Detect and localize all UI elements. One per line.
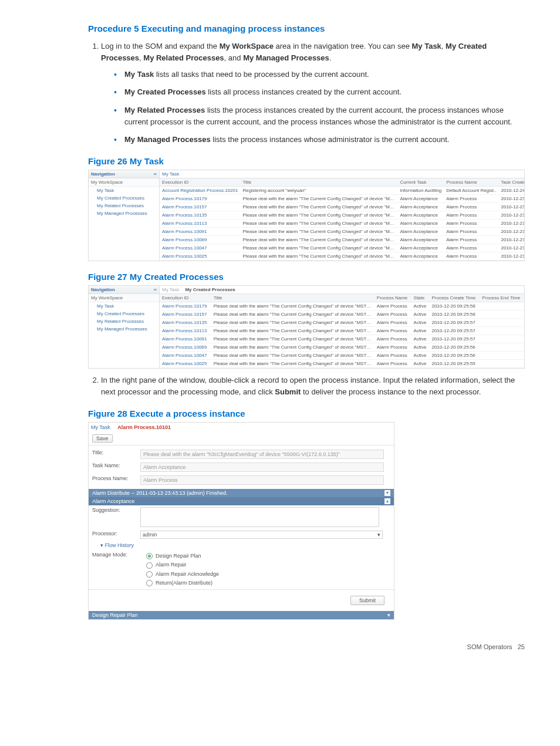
task-name-field: Alarm Acceptance (140, 463, 384, 472)
table-row[interactable]: Alarm Process.10025Please deal with the … (160, 359, 524, 367)
table-cell: Active (411, 359, 430, 367)
table-cell: 2010-12-23 09:25:57 (499, 235, 524, 244)
table-row[interactable]: Alarm Process.10069Please deal with the … (160, 343, 524, 351)
flow-history-link[interactable]: ▾ Flow History (89, 541, 394, 550)
nav-sub[interactable]: My WorkSpace (89, 294, 159, 302)
nav-item-my-task[interactable]: My Task (89, 302, 159, 310)
table-cell: Information Auditing (397, 186, 444, 194)
tab-alarm-process[interactable]: Alarm Process.10101 (117, 424, 171, 430)
processor-label: Processor: (89, 529, 137, 541)
manage-mode-label: Manage Mode: (89, 550, 137, 589)
radio-alarm-repair-ack[interactable]: Alarm Repair Acknowledge (140, 570, 390, 579)
table-cell: Registering account "weiyuan" (240, 186, 397, 194)
table-cell: 2010-12-23 09:25:57 (499, 227, 524, 235)
nav-item-my-created[interactable]: My Created Processes (89, 310, 159, 318)
column-header[interactable]: Title (211, 294, 375, 302)
table-cell: Alarm Process (444, 211, 498, 219)
table-cell: Alarm Process.10069 (160, 343, 211, 351)
save-button[interactable]: Save (92, 434, 113, 443)
nav-sub[interactable]: My WorkSpace (89, 178, 159, 187)
tab-my-task[interactable]: My Task (162, 287, 179, 292)
title-label: Title: (89, 448, 137, 461)
table-cell: Please deal with the alarm "The Current … (240, 235, 397, 244)
table-cell: 2010-12-20 09:25:58 (429, 310, 480, 318)
column-header[interactable]: Execution ID (160, 294, 211, 302)
column-header[interactable]: Title (240, 178, 397, 187)
table-cell: Active (411, 335, 430, 343)
tab-my-created[interactable]: My Created Processes (185, 287, 235, 292)
figure-28-title: Figure 28 Execute a process instance (88, 409, 525, 418)
chevron-up-icon[interactable]: ▴ (384, 498, 390, 504)
table-cell: Active (411, 351, 430, 359)
table-cell: Alarm Process (444, 244, 498, 252)
table-cell: Alarm Process (444, 194, 498, 202)
table-row[interactable]: Alarm Process.10135Please deal with the … (160, 211, 524, 219)
table-row[interactable]: Alarm Process.10047Please deal with the … (160, 244, 524, 252)
table-row[interactable]: Alarm Process.10025Please deal with the … (160, 252, 524, 260)
column-header[interactable]: Execution ID (160, 178, 240, 187)
nav-item-my-managed[interactable]: My Managed Processes (89, 210, 159, 217)
table-row[interactable]: Alarm Process.10091Please deal with the … (160, 227, 524, 235)
nav-item-my-task[interactable]: My Task (89, 187, 159, 194)
table-row[interactable]: Alarm Process.10069Please deal with the … (160, 235, 524, 244)
table-cell: 2010-12-20 09:25:57 (429, 335, 480, 343)
nav-header: Navigation‹› (89, 170, 159, 178)
table-cell: Alarm Process (444, 202, 498, 211)
alarm-acceptance-bar[interactable]: Alarm Acceptance▴ (89, 497, 394, 505)
column-header[interactable]: Process Name (444, 178, 498, 187)
table-row[interactable]: Alarm Process.10179Please deal with the … (160, 194, 524, 202)
column-header[interactable]: Current Task (397, 178, 444, 187)
submit-button[interactable]: Submit (350, 596, 384, 605)
table-cell: 2010-12-23 09:25:56 (499, 244, 524, 252)
processor-select[interactable]: admin▾ (140, 531, 383, 539)
table-cell: Alarm Process.10025 (160, 359, 211, 367)
table-row[interactable]: Account Registration Process.10201Regist… (160, 186, 524, 194)
alarm-distribute-bar[interactable]: Alarm Distribute -- 2011-03-13 23:43:13 … (89, 489, 394, 497)
chevron-down-icon[interactable]: ▾ (387, 612, 390, 618)
table-cell: Please deal with the alarm "The Current … (240, 244, 397, 252)
design-repair-plan-bar[interactable]: Design Repair Plan▾ (89, 611, 394, 619)
step-1: Log in to the SOM and expand the My Work… (101, 40, 525, 146)
nav-item-my-created[interactable]: My Created Processes (89, 194, 159, 202)
radio-return[interactable]: Return(Alarm Distribute) (140, 579, 390, 588)
table-cell (480, 310, 524, 318)
table-cell: Alarm Acceptance (397, 202, 444, 211)
step1-text: Log in to the SOM and expand the My Work… (101, 42, 487, 62)
table-row[interactable]: Alarm Process.10113Please deal with the … (160, 326, 524, 335)
table-row[interactable]: Alarm Process.10113Please deal with the … (160, 219, 524, 227)
column-header[interactable]: Process End Time (480, 294, 524, 302)
table-cell: Active (411, 318, 430, 326)
table-cell: 2010-12-23 09:25:56 (499, 252, 524, 260)
nav-item-my-related[interactable]: My Related Processes (89, 318, 159, 325)
table-cell: 2010-12-23 09:25:58 (499, 202, 524, 211)
table-cell (480, 343, 524, 351)
table-cell: Please deal with the alarm "The Current … (211, 310, 375, 318)
radio-design-repair-plan[interactable]: Design Repair Plan (140, 552, 390, 561)
suggestion-textarea[interactable] (140, 507, 379, 527)
table-cell: Alarm Process.10091 (160, 227, 240, 235)
nav-item-my-related[interactable]: My Related Processes (89, 202, 159, 210)
table-cell: Alarm Process.10091 (160, 335, 211, 343)
nav-item-my-managed[interactable]: My Managed Processes (89, 325, 159, 333)
tab-my-task[interactable]: My Task (162, 171, 179, 177)
table-row[interactable]: Alarm Process.10157Please deal with the … (160, 310, 524, 318)
column-header[interactable]: Process Name (375, 294, 411, 302)
column-header[interactable]: Task Create Time (499, 178, 524, 187)
table-cell: Alarm Process.10157 (160, 202, 240, 211)
table-cell: Please deal with the alarm "The Current … (211, 326, 375, 335)
column-header[interactable]: State (411, 294, 430, 302)
table-cell: Alarm Acceptance (397, 244, 444, 252)
table-row[interactable]: Alarm Process.10179Please deal with the … (160, 302, 524, 310)
table-cell: Please deal with the alarm "The Current … (240, 227, 397, 235)
column-header[interactable]: Process Create Time (429, 294, 480, 302)
table-row[interactable]: Alarm Process.10091Please deal with the … (160, 335, 524, 343)
table-cell (480, 359, 524, 367)
tab-my-task[interactable]: My Task (91, 424, 110, 430)
radio-alarm-repair[interactable]: Alarm Repair (140, 561, 390, 569)
table-row[interactable]: Alarm Process.10135Please deal with the … (160, 318, 524, 326)
table-row[interactable]: Alarm Process.10157Please deal with the … (160, 202, 524, 211)
created-grid: Execution IDTitleProcess NameStateProces… (160, 294, 524, 368)
table-row[interactable]: Alarm Process.10047Please deal with the … (160, 351, 524, 359)
table-cell: Alarm Process (375, 351, 411, 359)
chevron-down-icon[interactable]: ▾ (384, 490, 390, 496)
